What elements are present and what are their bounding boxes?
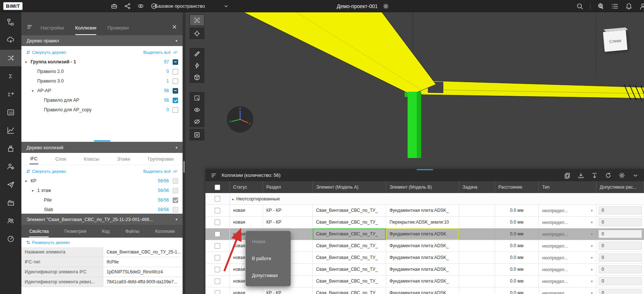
tree-node-checkbox[interactable] xyxy=(173,98,178,103)
chart-button[interactable] xyxy=(0,122,21,139)
tree-node[interactable]: Правило для АР56 xyxy=(21,95,183,105)
folders-button[interactable] xyxy=(0,194,21,211)
rules-tree-header[interactable]: Дерево правил ▾ xyxy=(21,35,183,46)
gear-icon[interactable] xyxy=(383,3,389,9)
panel-tab[interactable]: Настройки xyxy=(41,25,64,35)
measure-button[interactable] xyxy=(190,48,204,59)
collision-tree-header[interactable]: Дерево коллизий ▾ xyxy=(21,142,183,153)
column-header[interactable]: Допустимое рас... xyxy=(596,181,644,193)
tree-node[interactable]: ▾КР56/56 xyxy=(21,176,183,186)
close-box-button[interactable] xyxy=(190,129,204,140)
frame-zoom-button[interactable] xyxy=(190,14,204,26)
allowed-distance-input[interactable]: 0 xyxy=(599,253,642,262)
column-header[interactable]: Элемент (Модель А) xyxy=(313,181,386,193)
panel-tab[interactable]: Проверки xyxy=(107,25,129,35)
allowed-distance-input[interactable]: 0 xyxy=(599,230,642,238)
team-button[interactable] xyxy=(0,212,21,229)
context-menu-item[interactable]: В работе xyxy=(246,250,291,267)
element-tab[interactable]: Код xyxy=(102,225,110,237)
element-tab[interactable]: Геометрия xyxy=(65,225,86,237)
tree-node[interactable]: ▾Группа коллизий - 157 xyxy=(21,57,183,67)
tree-node-checkbox[interactable] xyxy=(173,178,178,184)
panel-tab[interactable]: Коллизии xyxy=(75,25,96,35)
select-all-checkbox[interactable] xyxy=(215,185,220,190)
copy-icon[interactable] xyxy=(564,172,571,179)
clip-button[interactable] xyxy=(190,60,204,71)
sum-plus-button[interactable]: Σ xyxy=(0,86,21,102)
column-header[interactable]: Расстояние xyxy=(495,181,539,193)
app-logo[interactable]: BiMiT xyxy=(3,2,22,10)
collisions-button[interactable] xyxy=(0,50,21,66)
user-settings-button[interactable] xyxy=(0,158,21,175)
collision-row[interactable]: новаяКР - КРСвая_Винтовая_СВС_по_ТУ_Пере… xyxy=(205,217,644,228)
type-dropdown[interactable]: неопредел...▾ xyxy=(539,240,596,252)
select-all-link[interactable]: Выделить всё xyxy=(143,169,178,174)
list-icon[interactable] xyxy=(611,3,619,10)
nav-cube[interactable]: Слева xyxy=(603,30,627,52)
send-button[interactable] xyxy=(0,176,21,193)
collision-row[interactable]: новаяКР - КРСвая_Винтовая_СВС_по_ТУ_Фунд… xyxy=(205,287,644,294)
tree-node[interactable]: Правило для АР_copy0 xyxy=(21,105,183,115)
row-checkbox[interactable] xyxy=(215,243,220,249)
column-header[interactable]: Раздел xyxy=(263,181,313,193)
allowed-distance-input[interactable]: 0 xyxy=(599,277,642,285)
property-value[interactable]: IfcPile xyxy=(103,257,183,267)
element-tab[interactable]: Коллизии xyxy=(155,225,175,237)
element-tab[interactable]: Файлы xyxy=(125,225,139,237)
caret-down-icon[interactable]: ▾ xyxy=(25,179,31,183)
link-circles-icon[interactable] xyxy=(137,3,144,10)
section-resize-handle[interactable] xyxy=(94,140,110,141)
view-2d-button[interactable]: 2D xyxy=(0,104,21,120)
filter-tab[interactable]: Слои xyxy=(55,154,67,164)
row-checkbox[interactable] xyxy=(215,267,220,272)
type-dropdown[interactable]: неопредел...▾ xyxy=(539,205,596,216)
globe-pointer-icon[interactable] xyxy=(597,3,605,10)
tree-node-checkbox[interactable] xyxy=(173,107,178,113)
splitter-grip[interactable] xyxy=(183,161,185,173)
fit-icon[interactable] xyxy=(591,172,598,179)
type-dropdown[interactable]: неопредел...▾ xyxy=(539,276,596,287)
allowed-distance-input[interactable]: 0 xyxy=(599,242,642,250)
plugins-button[interactable] xyxy=(0,140,21,157)
cloud-upload-button[interactable] xyxy=(0,32,21,48)
collision-row[interactable]: новаяКР - КРСвая_Винтовая_СВС_по_ТУ_Фунд… xyxy=(205,205,644,217)
section-box-button[interactable] xyxy=(190,71,204,83)
allowed-distance-input[interactable]: 0 xyxy=(599,218,642,226)
row-checkbox[interactable] xyxy=(215,290,220,294)
bell-icon[interactable] xyxy=(625,3,633,10)
show-button[interactable] xyxy=(190,104,204,115)
sum-button[interactable]: Σ xyxy=(0,68,21,84)
select-box-button[interactable] xyxy=(190,92,204,104)
context-menu-item[interactable]: Допустимая xyxy=(246,267,291,284)
structure-tree-button[interactable] xyxy=(0,14,21,30)
select-all-link[interactable]: Выделить всё xyxy=(143,50,178,55)
property-value[interactable]: 1pDNIP7SL6deD_RinxWcz4 xyxy=(103,267,183,277)
refresh-icon[interactable] xyxy=(605,172,612,179)
beam-right[interactable] xyxy=(415,80,644,98)
row-checkbox[interactable] xyxy=(215,255,220,260)
tree-node-checkbox[interactable] xyxy=(173,207,178,213)
orientation-gizmo[interactable]: Z Y X xyxy=(226,106,254,134)
caret-down-icon[interactable]: ▾ xyxy=(25,60,31,64)
group-row[interactable]: ▴ Неотсортированные xyxy=(205,193,644,205)
type-dropdown[interactable]: неопредел...▾ xyxy=(539,264,596,275)
tree-node[interactable]: ▾АР-АР56 xyxy=(21,86,183,95)
filter-tab[interactable]: Классы xyxy=(83,154,100,164)
allowed-distance-input[interactable]: 0 xyxy=(599,265,642,273)
allowed-distance-input[interactable]: 0 xyxy=(599,206,642,214)
panel-resize-splitter[interactable] xyxy=(183,12,186,294)
user-avatar-icon[interactable] xyxy=(639,3,644,10)
column-header[interactable]: Тип xyxy=(539,181,596,193)
dashboard-button[interactable] xyxy=(0,230,21,247)
hide-button[interactable] xyxy=(190,116,204,127)
search-icon[interactable] xyxy=(576,3,584,10)
tree-node-checkbox[interactable] xyxy=(173,69,178,74)
menu-icon[interactable] xyxy=(211,172,217,179)
chevron-down-icon[interactable] xyxy=(632,172,639,179)
row-checkbox[interactable] xyxy=(215,220,220,225)
workspace-selector[interactable]: Базовое пространство xyxy=(155,0,229,12)
allowed-distance-input[interactable]: 0 xyxy=(599,289,642,294)
row-checkbox[interactable] xyxy=(215,208,220,213)
group-checkbox[interactable] xyxy=(215,196,220,202)
type-dropdown[interactable]: неопредел...▾ xyxy=(539,287,596,294)
